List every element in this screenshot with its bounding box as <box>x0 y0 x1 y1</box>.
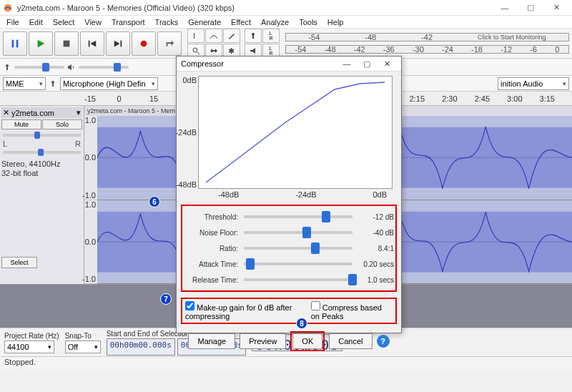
selection-tool[interactable]: I <box>187 29 204 43</box>
snap-select[interactable]: Off <box>65 340 101 353</box>
rec-meter-icon[interactable] <box>245 29 262 43</box>
compressor-dialog: Compressor — ▢ ✕ 0dB-24dB-48dB -48dB-24d… <box>176 56 402 333</box>
dialog-close-button[interactable]: ✕ <box>377 57 397 71</box>
svg-point-14 <box>252 33 255 36</box>
track-menu-chevron-icon[interactable]: ▾ <box>77 108 81 117</box>
svg-rect-15 <box>252 36 254 39</box>
svg-marker-3 <box>38 39 45 47</box>
dialog-minimize-button[interactable]: — <box>337 57 357 71</box>
attack-slider[interactable] <box>244 263 352 265</box>
mic-icon-2 <box>49 79 57 88</box>
release-slider[interactable] <box>244 278 352 281</box>
pause-button[interactable] <box>3 31 27 56</box>
annotation-6: 6 <box>149 196 160 207</box>
svg-point-16 <box>6 64 9 67</box>
svg-text:I: I <box>193 31 195 40</box>
loop-button[interactable] <box>157 31 182 56</box>
menubar: File Edit Select View Transport Tracks G… <box>0 16 572 29</box>
mute-button[interactable]: Mute <box>1 119 41 129</box>
project-rate-select[interactable]: 44100 <box>4 340 54 353</box>
svg-rect-8 <box>121 40 122 46</box>
makeup-gain-checkbox[interactable]: Make-up gain for 0 dB after compressing <box>185 301 304 320</box>
stop-button[interactable] <box>54 31 79 56</box>
mic-icon <box>3 63 11 72</box>
track-close-icon[interactable]: ✕ <box>3 108 9 117</box>
svg-point-18 <box>51 81 54 84</box>
svg-text:✱: ✱ <box>228 46 235 55</box>
minimize-button[interactable]: — <box>492 0 518 16</box>
solo-button[interactable]: Solo <box>42 119 82 129</box>
svg-rect-17 <box>6 67 8 70</box>
annotation-8: 8 <box>296 318 307 329</box>
meter-area: -54-48-42Click to Start Monitoring -54-4… <box>285 31 569 55</box>
svg-point-11 <box>193 48 197 52</box>
svg-line-12 <box>197 52 199 54</box>
dialog-maximize-button[interactable]: ▢ <box>357 57 377 71</box>
svg-marker-7 <box>114 40 120 46</box>
threshold-slider[interactable] <box>244 215 352 218</box>
track-name[interactable]: y2meta.com <box>11 109 54 117</box>
selection-start-field[interactable]: 00h00m00.000s <box>107 338 175 356</box>
annotation-7: 7 <box>160 293 172 305</box>
skip-start-button[interactable] <box>80 31 104 56</box>
menu-tools[interactable]: Tools <box>294 17 322 27</box>
compressor-chart <box>198 76 393 189</box>
menu-select[interactable]: Select <box>48 17 80 27</box>
dialog-buttons: Manage Preview OK Cancel ? <box>181 331 397 351</box>
transport-toolbar: I ✱ LR LR -54-48-42Click to Start Monito… <box>0 29 572 59</box>
rec-lr-label: LR <box>262 29 280 43</box>
svg-point-9 <box>141 40 147 46</box>
chart-y-axis: 0dB-24dB-48dB <box>181 76 197 189</box>
svg-marker-6 <box>90 40 96 46</box>
gain-slider[interactable] <box>3 134 81 137</box>
svg-rect-2 <box>16 39 19 47</box>
play-volume-slider[interactable] <box>79 66 129 69</box>
help-button[interactable]: ? <box>377 335 390 348</box>
window-titlebar: y2meta.com - Maroon 5 - Memories (Offici… <box>0 0 572 16</box>
chart-x-axis: -48dB-24dB0dB <box>198 190 393 199</box>
menu-tracks[interactable]: Tracks <box>150 17 184 27</box>
tool-grid: I ✱ <box>187 29 240 58</box>
menu-generate[interactable]: Generate <box>183 17 226 27</box>
manage-button[interactable]: Manage <box>188 333 235 349</box>
menu-analyze[interactable]: Analyze <box>256 17 294 27</box>
cancel-button[interactable]: Cancel <box>329 333 372 349</box>
dialog-title: Compressor <box>181 59 337 68</box>
record-button[interactable] <box>132 31 156 56</box>
close-button[interactable]: ✕ <box>543 0 569 16</box>
skip-end-button[interactable] <box>106 31 130 56</box>
menu-transport[interactable]: Transport <box>107 17 150 27</box>
ok-button[interactable]: OK <box>292 333 322 349</box>
menu-effect[interactable]: Effect <box>226 17 256 27</box>
draw-tool[interactable] <box>223 29 240 43</box>
envelope-tool[interactable] <box>205 29 222 43</box>
track-select-button[interactable]: Select <box>1 257 37 268</box>
audio-host-select[interactable]: MME <box>3 77 46 90</box>
track-format: Stereo, 44100Hz32-bit float <box>1 160 82 178</box>
maximize-button[interactable]: ▢ <box>518 0 543 16</box>
record-meter[interactable]: -54-48-42Click to Start Monitoring <box>285 33 569 41</box>
compressor-params: Threshold:-12 dB Noise Floor:-40 dB Rati… <box>181 205 397 292</box>
output-device-select[interactable]: inition Audio <box>498 77 569 90</box>
menu-file[interactable]: File <box>1 17 24 27</box>
ratio-slider[interactable] <box>244 247 352 250</box>
menu-edit[interactable]: Edit <box>24 17 48 27</box>
svg-rect-19 <box>52 84 54 87</box>
speaker-icon <box>67 63 76 72</box>
compress-peaks-checkbox[interactable]: Compress based on Peaks <box>311 301 393 320</box>
play-button[interactable] <box>29 31 53 56</box>
track-control-panel: ✕ y2meta.com ▾ Mute Solo LR Stereo, 4410… <box>0 106 84 284</box>
compressor-checks: Make-up gain for 0 dB after compressing … <box>181 298 397 324</box>
menu-help[interactable]: Help <box>322 17 349 27</box>
snap-label: Snap-To <box>65 332 101 340</box>
playback-meter[interactable]: -54-48-42-36-30-24-18-12-60 <box>285 45 569 54</box>
pan-slider[interactable] <box>3 151 81 154</box>
menu-view[interactable]: View <box>79 17 107 27</box>
rec-volume-slider[interactable] <box>14 66 64 69</box>
input-device-select[interactable]: Microphone (High Defin <box>60 77 158 90</box>
noise-floor-slider[interactable] <box>244 231 352 234</box>
svg-rect-1 <box>12 39 14 47</box>
app-icon <box>3 3 13 13</box>
window-title: y2meta.com - Maroon 5 - Memories (Offici… <box>17 4 492 12</box>
preview-button[interactable]: Preview <box>240 333 286 349</box>
